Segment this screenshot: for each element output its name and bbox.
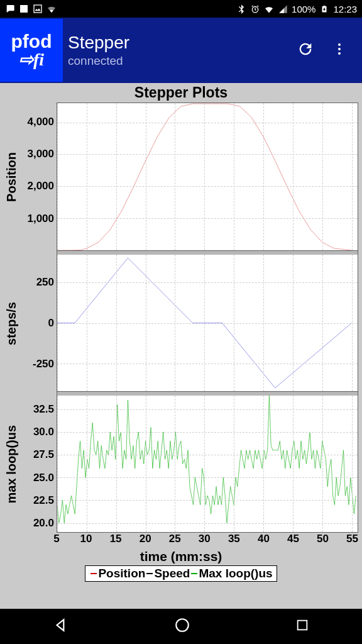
status-left-icons xyxy=(5,4,57,14)
yticks-position: 1,0002,0003,0004,000 xyxy=(19,103,57,251)
ylabel-speed: steps/s xyxy=(4,255,19,392)
nav-home-button[interactable] xyxy=(174,617,190,636)
app-bar-titles: Stepper connected xyxy=(68,33,129,68)
wifi-icon xyxy=(264,4,274,14)
svg-rect-0 xyxy=(20,5,28,13)
plot-area: Stepper Plots Position 1,0002,0003,0004,… xyxy=(0,83,362,609)
chart-row-position: Position 1,0002,0003,0004,000 xyxy=(4,103,358,251)
legend-label-maxloop: Max loop()us xyxy=(199,567,272,580)
chart-row-speed: steps/s -2500250 xyxy=(4,255,358,392)
yticks-maxloop: 20.022.525.027.530.032.5 xyxy=(19,396,57,533)
status-right: 100% 12:23 xyxy=(236,4,357,14)
legend-swatch-position xyxy=(90,573,97,574)
nav-recents-button[interactable] xyxy=(295,618,309,635)
android-nav-bar xyxy=(0,609,362,644)
svg-rect-1 xyxy=(34,5,41,13)
svg-point-8 xyxy=(176,619,189,631)
nav-back-button[interactable] xyxy=(53,617,69,636)
connection-status: connected xyxy=(68,54,129,68)
battery-charging-icon xyxy=(319,4,329,14)
refresh-button[interactable] xyxy=(297,40,314,60)
bluetooth-icon xyxy=(236,4,246,14)
app-bar-actions xyxy=(297,40,357,60)
plots-title: Stepper Plots xyxy=(4,83,358,103)
xlabel: time (mm:ss) xyxy=(4,549,358,564)
legend: Position Speed Max loop()us xyxy=(4,564,358,584)
logo-line-2: ⇨fi xyxy=(19,51,44,69)
logo-line-1: pfod xyxy=(11,32,52,51)
yticks-speed: -2500250 xyxy=(19,255,57,392)
plot-box-position[interactable] xyxy=(57,103,358,251)
alarm-icon xyxy=(250,4,260,14)
legend-label-position: Position xyxy=(98,567,145,580)
app-bar: pfod ⇨fi Stepper connected xyxy=(0,18,362,83)
legend-swatch-speed xyxy=(146,573,153,574)
app-title: Stepper xyxy=(68,33,129,53)
wifi-weak-icon xyxy=(47,4,57,14)
xticks: 510152025303540455055 xyxy=(57,533,358,549)
image-icon xyxy=(33,4,43,14)
legend-swatch-maxloop xyxy=(191,573,197,574)
square-icon xyxy=(19,4,29,14)
ylabel-maxloop: max loop()us xyxy=(4,396,19,533)
svg-rect-4 xyxy=(324,6,326,7)
svg-point-6 xyxy=(338,48,341,50)
xaxis: 510152025303540455055 xyxy=(4,533,358,549)
chart-row-maxloop: max loop()us 20.022.525.027.530.032.5 xyxy=(4,396,358,533)
plot-box-speed[interactable] xyxy=(57,255,358,392)
plot-box-maxloop[interactable] xyxy=(57,396,358,533)
signal-icon xyxy=(278,4,288,14)
android-status-bar: 100% 12:23 xyxy=(0,0,362,18)
svg-rect-9 xyxy=(298,621,307,630)
legend-label-speed: Speed xyxy=(154,567,190,580)
chart-stack: Position 1,0002,0003,0004,000 steps/s -2… xyxy=(4,103,358,606)
svg-point-5 xyxy=(338,43,341,46)
svg-point-7 xyxy=(338,52,341,55)
clock-text: 12:23 xyxy=(333,4,357,14)
ylabel-position: Position xyxy=(4,103,19,251)
app-logo[interactable]: pfod ⇨fi xyxy=(0,19,63,82)
legend-box: Position Speed Max loop()us xyxy=(85,565,277,582)
notification-bubble-icon xyxy=(5,4,15,14)
battery-text: 100% xyxy=(292,4,315,14)
overflow-menu-button[interactable] xyxy=(332,42,347,59)
